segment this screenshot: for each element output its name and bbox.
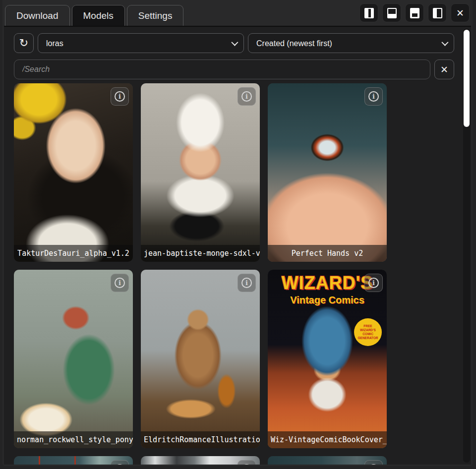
model-info-button[interactable]: i <box>364 87 383 106</box>
model-preview-image <box>141 83 260 262</box>
model-info-button[interactable]: i <box>111 274 129 292</box>
vertical-scrollbar[interactable] <box>463 29 470 463</box>
refresh-icon: ↻ <box>19 38 28 49</box>
sort-select[interactable]: Created (newest first) <box>248 33 454 53</box>
model-grid: i TakturDesTauri_alpha_v1.2 i jean-bapti… <box>4 79 401 465</box>
search-input[interactable] <box>14 59 430 79</box>
tab-settings[interactable]: Settings <box>127 5 184 26</box>
filter-toolbar: ↻ loras Created (newest first) <box>4 27 471 53</box>
clear-search-button[interactable]: ✕ <box>434 59 454 79</box>
model-name: norman_rockwell_style_pony <box>14 431 133 448</box>
search-row: ✕ <box>4 53 471 79</box>
model-preview-image <box>14 83 133 262</box>
model-card[interactable]: i <box>141 456 260 465</box>
info-icon: i <box>368 278 379 288</box>
model-info-button[interactable]: i <box>238 274 256 292</box>
app-window: Download Models Settings ✕ ↻ <box>2 0 473 466</box>
model-info-button[interactable]: i <box>364 460 383 465</box>
model-name: EldritchRomanceIllustratio <box>141 431 260 448</box>
layout-bottom-panel-icon <box>410 8 419 18</box>
window-controls: ✕ <box>359 3 470 22</box>
model-name: Wiz-VintageComicBookCover_ <box>268 431 387 448</box>
model-card[interactable]: WIZARD'S Vintage Comics Free Wizard's Co… <box>268 270 387 448</box>
model-card[interactable]: i <box>268 456 387 465</box>
models-panel: ↻ loras Created (newest first) ✕ <box>4 26 471 465</box>
card-art-text: WIZARD'S Vintage Comics Free Wizard's Co… <box>268 270 387 448</box>
info-icon: i <box>115 91 125 102</box>
model-preview-image <box>268 83 387 262</box>
model-name: Perfect Hands v2 <box>268 245 387 262</box>
model-card[interactable]: i <box>14 456 133 465</box>
model-name: jean-baptiste-monge-sdxl-v <box>141 245 260 262</box>
model-preview-image <box>141 270 260 448</box>
info-icon: i <box>241 91 252 102</box>
layout-split-vertical-icon <box>364 8 374 18</box>
model-card[interactable]: i EldritchRomanceIllustratio <box>141 270 260 448</box>
model-info-button[interactable]: i <box>238 460 256 465</box>
layout-right-panel-button[interactable] <box>428 3 447 22</box>
close-button[interactable]: ✕ <box>451 3 470 22</box>
model-card[interactable]: i norman_rockwell_style_pony <box>14 270 133 448</box>
model-info-button[interactable]: i <box>364 274 383 292</box>
layout-bottom-panel-button[interactable] <box>405 3 424 22</box>
model-type-select-wrap: loras <box>38 33 244 53</box>
model-card[interactable]: i Perfect Hands v2 <box>268 83 387 262</box>
scrollbar-thumb[interactable] <box>464 30 470 127</box>
info-icon: i <box>241 464 252 465</box>
model-info-button[interactable]: i <box>111 460 129 465</box>
info-icon: i <box>368 464 379 465</box>
model-card[interactable]: i TakturDesTauri_alpha_v1.2 <box>14 83 133 262</box>
model-preview-image <box>14 270 133 448</box>
layout-right-panel-icon <box>433 8 442 18</box>
info-icon: i <box>368 91 379 102</box>
clear-search-icon: ✕ <box>440 65 448 74</box>
close-icon: ✕ <box>456 8 464 18</box>
model-card[interactable]: i jean-baptiste-monge-sdxl-v <box>141 83 260 262</box>
refresh-button[interactable]: ↻ <box>14 33 34 53</box>
layout-top-panel-button[interactable] <box>382 3 401 22</box>
sort-select-wrap: Created (newest first) <box>248 33 454 53</box>
titlebar: Download Models Settings ✕ <box>2 0 473 26</box>
model-info-button[interactable]: i <box>238 87 256 106</box>
info-icon: i <box>115 464 125 465</box>
card-art-subtitle: Vintage Comics <box>268 294 387 306</box>
layout-top-panel-icon <box>387 8 397 18</box>
info-icon: i <box>115 278 125 288</box>
model-type-select[interactable]: loras <box>38 33 244 53</box>
model-name: TakturDesTauri_alpha_v1.2 <box>14 245 133 262</box>
tab-download[interactable]: Download <box>5 5 70 26</box>
layout-split-vertical-button[interactable] <box>359 3 378 22</box>
tab-models[interactable]: Models <box>72 5 125 26</box>
card-art-badge: Free Wizard's Comic Generator <box>354 318 382 346</box>
model-info-button[interactable]: i <box>111 87 129 106</box>
info-icon: i <box>241 278 252 288</box>
